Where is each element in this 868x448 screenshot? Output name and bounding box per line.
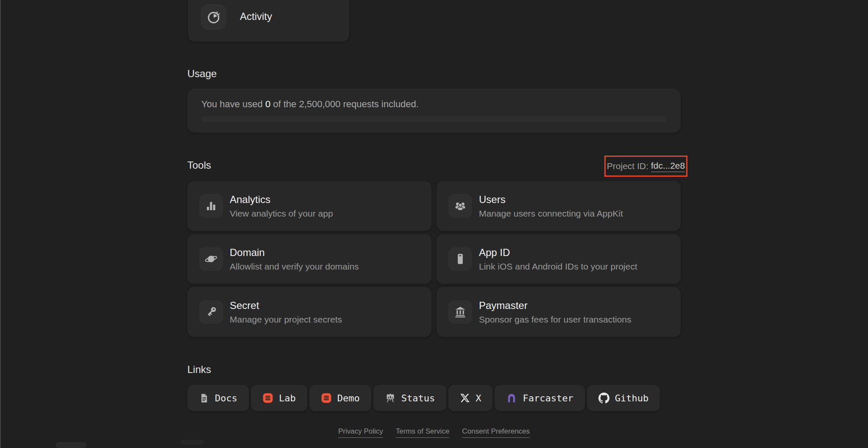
tool-title: App ID bbox=[479, 247, 637, 259]
tool-title: Paymaster bbox=[479, 300, 632, 312]
left-edge-line bbox=[0, 0, 1, 448]
link-label: X bbox=[476, 393, 481, 403]
key-icon bbox=[199, 300, 223, 324]
tool-card-text: Paymaster Sponsor gas fees for user tran… bbox=[479, 300, 632, 325]
links-heading: Links bbox=[187, 364, 211, 376]
tool-card-text: Domain Allowlist and verify your domains bbox=[230, 247, 359, 272]
tool-card-analytics[interactable]: Analytics View analytics of your app bbox=[187, 181, 431, 231]
usage-text: You have used 0 of the 2,500,000 request… bbox=[201, 99, 419, 110]
lab-link-button[interactable]: Lab bbox=[251, 385, 307, 411]
bar-chart-icon bbox=[199, 194, 223, 218]
farcaster-arch-icon bbox=[506, 392, 517, 403]
link-label: Github bbox=[615, 393, 648, 403]
usage-text-prefix: You have used bbox=[201, 99, 265, 109]
mobile-phone-icon bbox=[448, 247, 472, 271]
document-icon bbox=[199, 393, 209, 403]
tool-card-text: Users Manage users connecting via AppKit bbox=[479, 194, 623, 219]
usage-heading: Usage bbox=[187, 68, 217, 80]
tools-heading: Tools bbox=[187, 159, 211, 171]
users-icon bbox=[448, 194, 472, 218]
usage-card: You have used 0 of the 2,500,000 request… bbox=[187, 89, 681, 133]
tool-description: Allowlist and verify your domains bbox=[230, 262, 359, 272]
link-label: Lab bbox=[279, 393, 296, 403]
project-id-highlight-box[interactable]: Project ID: fdc...2e8 bbox=[604, 156, 687, 177]
tool-card-domain[interactable]: Domain Allowlist and verify your domains bbox=[187, 234, 431, 284]
content-column: Activity Usage You have used 0 of the 2,… bbox=[187, 0, 681, 448]
tool-description: View analytics of your app bbox=[230, 209, 333, 219]
tool-card-text: Analytics View analytics of your app bbox=[230, 194, 333, 219]
tool-description: Manage users connecting via AppKit bbox=[479, 209, 623, 219]
docs-link-button[interactable]: Docs bbox=[187, 385, 249, 411]
tool-title: Users bbox=[479, 194, 623, 206]
clock-activity-icon bbox=[201, 4, 226, 30]
status-easel-icon bbox=[385, 392, 396, 403]
farcaster-link-button[interactable]: Farcaster bbox=[495, 385, 584, 411]
activity-card[interactable]: Activity bbox=[188, 0, 349, 42]
demo-terminal-icon bbox=[321, 392, 332, 403]
tool-description: Link iOS and Android IDs to your project bbox=[479, 262, 637, 272]
tool-card-paymaster[interactable]: Paymaster Sponsor gas fees for user tran… bbox=[437, 287, 681, 337]
x-link-button[interactable]: X bbox=[448, 385, 492, 411]
tool-title: Secret bbox=[230, 300, 342, 312]
status-link-button[interactable]: Status bbox=[373, 385, 446, 411]
demo-link-button[interactable]: Demo bbox=[309, 385, 371, 411]
lab-terminal-icon bbox=[262, 392, 273, 403]
faint-bottom-artifact bbox=[56, 442, 86, 448]
tool-title: Domain bbox=[230, 247, 359, 259]
tool-title: Analytics bbox=[230, 194, 333, 206]
faint-bottom-artifact bbox=[181, 440, 204, 445]
links-row: Docs Lab bbox=[187, 385, 660, 411]
link-label: Farcaster bbox=[523, 393, 573, 403]
link-label: Status bbox=[401, 393, 435, 403]
tool-card-app-id[interactable]: App ID Link iOS and Android IDs to your … bbox=[437, 234, 681, 284]
tool-card-secret[interactable]: Secret Manage your project secrets bbox=[187, 287, 431, 337]
planet-icon bbox=[199, 247, 223, 271]
usage-used-value: 0 bbox=[265, 99, 270, 109]
consent-preferences-link[interactable]: Consent Preferences bbox=[462, 427, 530, 438]
x-logo-icon bbox=[460, 393, 470, 403]
github-icon bbox=[598, 392, 609, 403]
github-link-button[interactable]: Github bbox=[587, 385, 660, 411]
link-label: Demo bbox=[337, 393, 360, 403]
tool-description: Manage your project secrets bbox=[230, 314, 342, 325]
usage-text-suffix: of the 2,500,000 requests included. bbox=[270, 99, 419, 109]
dashboard-page: Activity Usage You have used 0 of the 2,… bbox=[0, 0, 868, 448]
tools-grid: Analytics View analytics of your app bbox=[187, 181, 681, 337]
usage-progress-bar bbox=[201, 117, 667, 122]
activity-label: Activity bbox=[240, 11, 272, 22]
bank-icon bbox=[448, 300, 472, 324]
tool-card-text: App ID Link iOS and Android IDs to your … bbox=[479, 247, 637, 272]
link-label: Docs bbox=[215, 393, 237, 403]
project-id-value[interactable]: fdc...2e8 bbox=[651, 161, 685, 172]
privacy-policy-link[interactable]: Privacy Policy bbox=[338, 427, 383, 438]
tool-card-users[interactable]: Users Manage users connecting via AppKit bbox=[437, 181, 681, 231]
footer: Privacy Policy Terms of Service Consent … bbox=[0, 427, 868, 438]
tool-card-text: Secret Manage your project secrets bbox=[230, 300, 342, 325]
project-id-label: Project ID: bbox=[607, 161, 651, 171]
terms-of-service-link[interactable]: Terms of Service bbox=[396, 427, 450, 438]
tool-description: Sponsor gas fees for user transactions bbox=[479, 314, 632, 325]
